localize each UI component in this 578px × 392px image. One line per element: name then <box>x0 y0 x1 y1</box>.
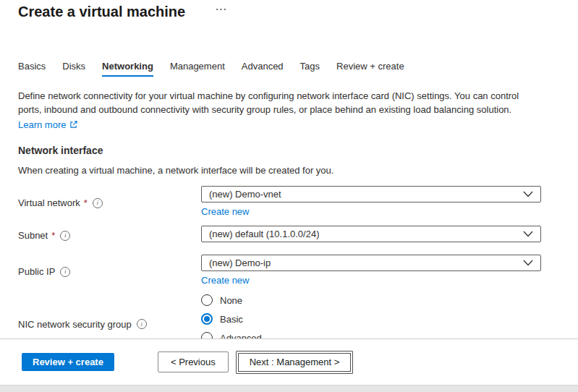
public-ip-select[interactable]: (new) Demo-ip <box>201 255 541 271</box>
next-management-button[interactable]: Next : Management > <box>236 351 354 374</box>
nsg-option-advanced-label: Advanced <box>220 333 262 339</box>
nsg-option-basic-label: Basic <box>220 314 243 325</box>
bottom-scrollbar-track[interactable] <box>0 385 578 392</box>
subnet-control: (new) default (10.1.0.0/24) <box>201 226 541 242</box>
public-ip-control: (new) Demo-ip Create new <box>201 255 541 286</box>
networking-tab-content: Create a virtual machine ··· Basics Disk… <box>0 0 578 338</box>
chevron-down-icon <box>523 231 533 237</box>
create-new-public-ip-link[interactable]: Create new <box>201 275 249 286</box>
subnet-select[interactable]: (new) default (10.1.0.0/24) <box>201 226 541 242</box>
subnet-label: Subnet <box>18 230 48 241</box>
nic-nsg-label: NIC network security group <box>18 319 132 330</box>
nic-nsg-row: NIC network security group i None Basic … <box>18 294 541 338</box>
tab-advanced[interactable]: Advanced <box>242 61 284 77</box>
info-icon[interactable]: i <box>60 231 70 241</box>
info-icon[interactable]: i <box>93 198 103 208</box>
chevron-down-icon <box>523 191 533 197</box>
public-ip-label-group: Public IP i <box>18 255 201 286</box>
info-icon[interactable]: i <box>60 267 70 277</box>
nsg-option-none[interactable]: None <box>201 294 541 306</box>
create-new-vnet-link[interactable]: Create new <box>201 206 249 217</box>
more-options-icon[interactable]: ··· <box>216 4 227 14</box>
nsg-option-basic[interactable]: Basic <box>201 313 541 325</box>
radio-unselected-icon <box>201 332 213 338</box>
public-ip-row: Public IP i (new) Demo-ip Create new <box>18 255 541 286</box>
review-create-button[interactable]: Review + create <box>22 353 114 371</box>
nsg-option-advanced[interactable]: Advanced <box>201 332 541 338</box>
wizard-footer: Review + create < Previous Next : Manage… <box>0 338 578 385</box>
nsg-option-none-label: None <box>220 295 242 306</box>
tab-management[interactable]: Management <box>170 61 225 77</box>
virtual-network-select[interactable]: (new) Demo-vnet <box>201 186 541 203</box>
subnet-label-group: Subnet* i <box>18 226 201 242</box>
radio-unselected-icon <box>201 294 213 306</box>
nic-nsg-radio-group: None Basic Advanced <box>201 294 541 338</box>
chevron-down-icon <box>523 260 533 266</box>
page-title: Create a virtual machine <box>18 1 185 22</box>
required-asterisk: * <box>51 230 55 241</box>
public-ip-value: (new) Demo-ip <box>209 257 271 268</box>
network-interface-form: Virtual network* i (new) Demo-vnet Creat… <box>18 186 541 338</box>
external-link-icon <box>69 121 77 129</box>
tab-disks[interactable]: Disks <box>62 61 85 77</box>
intro-text: Define network connectivity for your vir… <box>18 89 541 116</box>
wizard-tabs: Basics Disks Networking Management Advan… <box>18 61 541 77</box>
virtual-network-row: Virtual network* i (new) Demo-vnet Creat… <box>18 186 541 217</box>
virtual-network-label-group: Virtual network* i <box>18 186 201 217</box>
public-ip-label: Public IP <box>18 266 55 277</box>
learn-more-link[interactable]: Learn more <box>18 118 77 132</box>
virtual-network-value: (new) Demo-vnet <box>209 189 281 200</box>
subnet-row: Subnet* i (new) default (10.1.0.0/24) <box>18 226 541 242</box>
section-heading: Network interface <box>18 145 541 156</box>
learn-more-row: Learn more <box>18 118 541 132</box>
radio-selected-icon <box>201 313 213 325</box>
subnet-value: (new) default (10.1.0.0/24) <box>209 229 319 239</box>
previous-button[interactable]: < Previous <box>158 351 229 372</box>
tab-basics[interactable]: Basics <box>18 61 46 77</box>
tab-networking[interactable]: Networking <box>102 61 153 77</box>
page-header: Create a virtual machine ··· <box>18 0 541 22</box>
section-subtext: When creating a virtual machine, a netwo… <box>18 165 541 176</box>
tab-review-create[interactable]: Review + create <box>336 61 404 77</box>
virtual-network-label: Virtual network <box>18 197 80 208</box>
virtual-network-control: (new) Demo-vnet Create new <box>201 186 541 217</box>
info-icon[interactable]: i <box>137 319 147 329</box>
required-asterisk: * <box>84 197 88 208</box>
learn-more-label: Learn more <box>18 118 66 132</box>
tab-tags[interactable]: Tags <box>300 61 320 77</box>
nic-nsg-label-group: NIC network security group i <box>18 294 201 338</box>
